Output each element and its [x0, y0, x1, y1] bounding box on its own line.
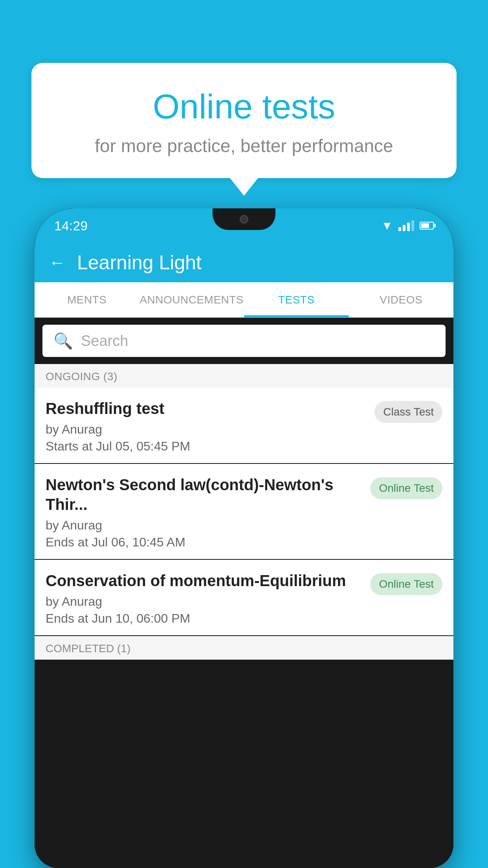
phone-frame: 14:29 ▼ ← Learning Light: [35, 208, 453, 868]
speech-bubble: Online tests for more practice, better p…: [31, 63, 457, 178]
app-title: Learning Light: [77, 251, 202, 274]
status-bar: 14:29 ▼: [35, 208, 453, 243]
phone-time: 14:29: [54, 218, 88, 234]
tab-ments[interactable]: MENTS: [35, 282, 139, 317]
tab-tests[interactable]: TESTS: [244, 282, 349, 317]
app-header: ← Learning Light: [35, 243, 453, 282]
screen-content: 🔍 Search ONGOING (3) Reshuffling test by…: [35, 318, 453, 868]
test-card-left-1: Reshuffling test by Anurag Starts at Jul…: [46, 399, 374, 454]
wifi-icon: ▼: [381, 219, 393, 232]
completed-section-header: COMPLETED (1): [35, 636, 453, 660]
search-icon: 🔍: [53, 332, 73, 350]
test-time-3: Ends at Jun 10, 06:00 PM: [46, 611, 362, 626]
test-author-3: by Anurag: [46, 594, 362, 609]
battery-icon: [420, 222, 434, 230]
search-placeholder: Search: [81, 333, 128, 349]
badge-online-test-3: Online Test: [370, 573, 442, 595]
test-card-conservation[interactable]: Conservation of momentum-Equilibrium by …: [35, 560, 453, 635]
back-button[interactable]: ←: [49, 253, 65, 272]
search-bar[interactable]: 🔍 Search: [42, 325, 446, 357]
test-author-2: by Anurag: [46, 518, 362, 533]
signal-icon: [398, 220, 414, 231]
ongoing-section-header: ONGOING (3): [35, 364, 453, 388]
camera: [240, 215, 248, 224]
test-card-left-3: Conservation of momentum-Equilibrium by …: [46, 571, 370, 626]
test-card-newtons[interactable]: Newton's Second law(contd)-Newton's Thir…: [35, 464, 453, 559]
test-title-2: Newton's Second law(contd)-Newton's Thir…: [46, 475, 362, 514]
badge-class-test-1: Class Test: [374, 401, 442, 423]
tab-announcements[interactable]: ANNOUNCEMENTS: [139, 282, 244, 317]
test-card-reshuffling[interactable]: Reshuffling test by Anurag Starts at Jul…: [35, 388, 453, 463]
test-time-2: Ends at Jul 06, 10:45 AM: [46, 535, 362, 550]
tab-videos[interactable]: VIDEOS: [349, 282, 454, 317]
tab-bar: MENTS ANNOUNCEMENTS TESTS VIDEOS: [35, 282, 453, 318]
test-time-1: Starts at Jul 05, 05:45 PM: [46, 439, 367, 454]
test-card-left-2: Newton's Second law(contd)-Newton's Thir…: [46, 475, 370, 550]
badge-online-test-2: Online Test: [370, 477, 442, 499]
phone-icons: ▼: [381, 219, 434, 232]
test-title-3: Conservation of momentum-Equilibrium: [46, 571, 362, 590]
test-title-1: Reshuffling test: [46, 399, 367, 418]
bubble-title: Online tests: [59, 86, 429, 127]
bubble-subtitle: for more practice, better performance: [59, 135, 429, 156]
phone-notch: [213, 208, 275, 230]
test-author-1: by Anurag: [46, 422, 367, 437]
